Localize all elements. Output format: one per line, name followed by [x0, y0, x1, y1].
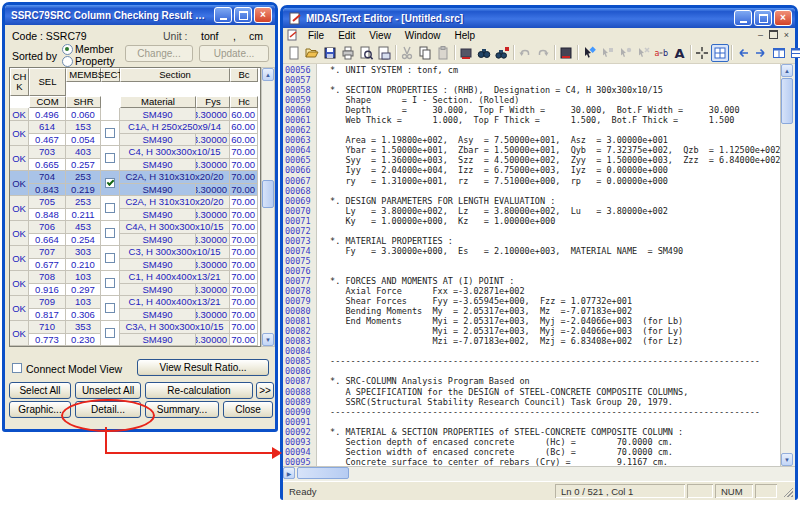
- table-row[interactable]: OK 708 103 C1, H 400x400x13/21 70.00 0.9…: [10, 271, 260, 296]
- dialog-titlebar[interactable]: SSRC79SRC Column Checking Result Dialog …: [5, 5, 275, 25]
- open-icon[interactable]: [303, 44, 321, 62]
- table-row-selected[interactable]: OK 704 253 C2A, H 310x310x20/20 70.00 0.…: [10, 171, 260, 196]
- sel-cell[interactable]: [101, 296, 120, 321]
- sel-cell[interactable]: [101, 271, 120, 296]
- row-checkbox[interactable]: [105, 278, 115, 288]
- more-button[interactable]: >>: [256, 382, 274, 399]
- save-all-icon[interactable]: [557, 44, 575, 62]
- find-icon[interactable]: [475, 44, 493, 62]
- table-row[interactable]: OK 709 103 C1, H 400x400x13/21 70.00 0.8…: [10, 296, 260, 321]
- font-icon[interactable]: A: [670, 44, 688, 62]
- maximize-button[interactable]: [754, 10, 772, 26]
- radio-property[interactable]: [62, 56, 73, 67]
- menu-window[interactable]: Window: [398, 30, 448, 41]
- sel-cell[interactable]: [101, 146, 120, 171]
- table-row[interactable]: OK 706 453 C4A, H 300x300x10/15 70.00 0.…: [10, 221, 260, 246]
- sel-cell[interactable]: [101, 246, 120, 271]
- find-next-icon[interactable]: [493, 44, 511, 62]
- table-row[interactable]: OK 705 253 C2A, H 310x310x20/20 70.00 0.…: [10, 196, 260, 221]
- source-text[interactable]: *. UNIT SYSTEM : tonf, cm *. SECTION PRO…: [317, 64, 780, 466]
- scroll-right-icon[interactable]: ▶: [283, 467, 295, 479]
- scrollbar-thumb[interactable]: [262, 180, 274, 208]
- split-horizontal-icon[interactable]: [788, 44, 800, 62]
- tool-1-icon[interactable]: [598, 44, 616, 62]
- scroll-up-icon[interactable]: ▲: [262, 68, 274, 81]
- sel-cell[interactable]: [101, 171, 120, 196]
- sel-cell[interactable]: [101, 346, 120, 347]
- mdi-restore-icon[interactable]: [767, 30, 780, 41]
- crosshair-icon[interactable]: [693, 44, 711, 62]
- sel-cell[interactable]: [101, 221, 120, 246]
- row-checkbox[interactable]: [105, 153, 115, 163]
- close-icon[interactable]: ×: [774, 10, 792, 26]
- menu-file[interactable]: File: [301, 30, 331, 41]
- header-chk[interactable]: CHK: [10, 68, 29, 96]
- change-button[interactable]: Change...: [125, 45, 193, 62]
- view-result-ratio-button[interactable]: View Result Ratio...: [137, 359, 269, 376]
- menu-help[interactable]: Help: [447, 30, 482, 41]
- header-com[interactable]: COM: [29, 96, 66, 108]
- header-hc[interactable]: Hc: [230, 96, 258, 108]
- table-row[interactable]: OK 703 403 C4, H 300x300x10/15 70.00 0.6…: [10, 146, 260, 171]
- sel-cell[interactable]: [101, 121, 120, 146]
- row-checkbox[interactable]: [105, 203, 115, 213]
- navigate-back-icon[interactable]: [734, 44, 752, 62]
- row-checkbox[interactable]: [105, 328, 115, 338]
- row-checkbox-checked[interactable]: [105, 178, 115, 188]
- select-all-button[interactable]: Select All: [9, 382, 71, 399]
- cut-icon[interactable]: [398, 44, 416, 62]
- word-wrap-icon[interactable]: ab: [652, 44, 670, 62]
- paste-icon[interactable]: [434, 44, 452, 62]
- summary-button[interactable]: Summary...: [145, 401, 219, 418]
- row-checkbox[interactable]: [105, 128, 115, 138]
- new-icon[interactable]: [285, 44, 303, 62]
- maximize-button[interactable]: [234, 7, 252, 23]
- recalculation-button[interactable]: Re-calculation: [145, 382, 253, 399]
- minimize-button[interactable]: [734, 10, 752, 26]
- row-checkbox[interactable]: [105, 253, 115, 263]
- mdi-minimize-icon[interactable]: –: [754, 30, 767, 40]
- vertical-scrollbar[interactable]: ▲ ▼: [780, 64, 795, 466]
- header-material[interactable]: Material: [120, 96, 196, 108]
- table-row[interactable]: OK 707 303 C3, H 300x300x10/15 70.00 0.6…: [10, 246, 260, 271]
- header-memb[interactable]: MEMB: [66, 68, 101, 82]
- table-row-partial[interactable]: OK 0.496 0.060 SM490 3.30000 60.00: [10, 108, 260, 121]
- header-fys[interactable]: Fys: [196, 96, 230, 108]
- radio-member[interactable]: [62, 44, 73, 55]
- table-scrollbar[interactable]: ▲ ▼: [261, 67, 275, 347]
- tool-3-icon[interactable]: [634, 44, 652, 62]
- split-vertical-icon[interactable]: [770, 44, 788, 62]
- redo-icon[interactable]: [534, 44, 552, 62]
- unselect-all-button[interactable]: Unselect All: [75, 382, 141, 399]
- close-button[interactable]: Close: [223, 401, 273, 418]
- mdi-close-icon[interactable]: ×: [780, 30, 793, 40]
- table-row[interactable]: OK 614 153 C1A, H 250x250x9/14 60.00 0.4…: [10, 121, 260, 146]
- header-sel[interactable]: SEL: [29, 68, 66, 96]
- tool-2-icon[interactable]: [616, 44, 634, 62]
- undo-icon[interactable]: [516, 44, 534, 62]
- connect-model-view-checkbox[interactable]: [12, 363, 22, 373]
- header-sect[interactable]: SECT: [101, 68, 120, 82]
- scroll-down-icon[interactable]: ▼: [262, 333, 274, 346]
- editor-titlebar[interactable]: MIDAS/Text Editor - [Untitled.src] ×: [283, 8, 795, 28]
- header-bc[interactable]: Bc: [230, 68, 258, 82]
- scrollbar-thumb[interactable]: [297, 467, 349, 479]
- close-icon[interactable]: ×: [254, 7, 272, 23]
- row-checkbox[interactable]: [105, 303, 115, 313]
- select-tool-icon[interactable]: [580, 44, 598, 62]
- print-preview-icon[interactable]: [357, 44, 375, 62]
- sel-cell[interactable]: [101, 196, 120, 221]
- sel-cell[interactable]: [101, 321, 120, 346]
- resize-grip[interactable]: [781, 485, 793, 497]
- navigate-forward-icon[interactable]: [752, 44, 770, 62]
- menu-edit[interactable]: Edit: [331, 30, 362, 41]
- save-icon[interactable]: [321, 44, 339, 62]
- update-button[interactable]: Update...: [199, 45, 269, 62]
- copy-icon[interactable]: [416, 44, 434, 62]
- minimize-button[interactable]: [214, 7, 232, 23]
- table-row[interactable]: OK 711 303 C3, H 300x300x10/15 70.00: [10, 346, 260, 347]
- row-checkbox[interactable]: [105, 228, 115, 238]
- print-selection-icon[interactable]: [457, 44, 475, 62]
- header-shr[interactable]: SHR: [66, 96, 101, 108]
- table-row[interactable]: OK 710 353 C3A, H 300x300x10/15 70.00 0.…: [10, 321, 260, 346]
